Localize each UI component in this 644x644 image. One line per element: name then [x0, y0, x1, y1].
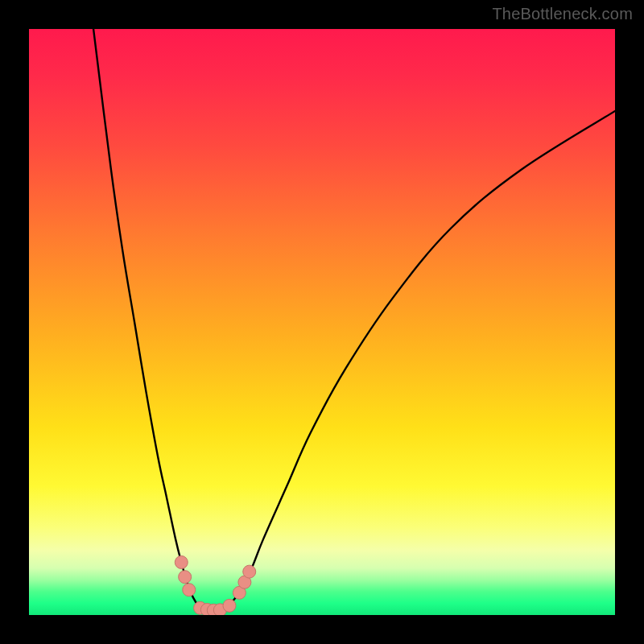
data-marker — [183, 584, 196, 597]
data-marker — [175, 555, 188, 568]
curve-layer — [93, 29, 615, 610]
outer-frame: TheBottleneck.com — [0, 0, 644, 644]
chart-svg — [29, 29, 615, 615]
data-marker — [223, 599, 236, 612]
data-marker — [243, 565, 256, 578]
series-right-arm — [229, 111, 615, 606]
watermark-text: TheBottleneck.com — [492, 5, 633, 23]
plot-area — [29, 29, 615, 615]
data-marker — [179, 571, 192, 584]
marker-layer — [175, 555, 255, 615]
series-left-arm — [93, 29, 204, 609]
